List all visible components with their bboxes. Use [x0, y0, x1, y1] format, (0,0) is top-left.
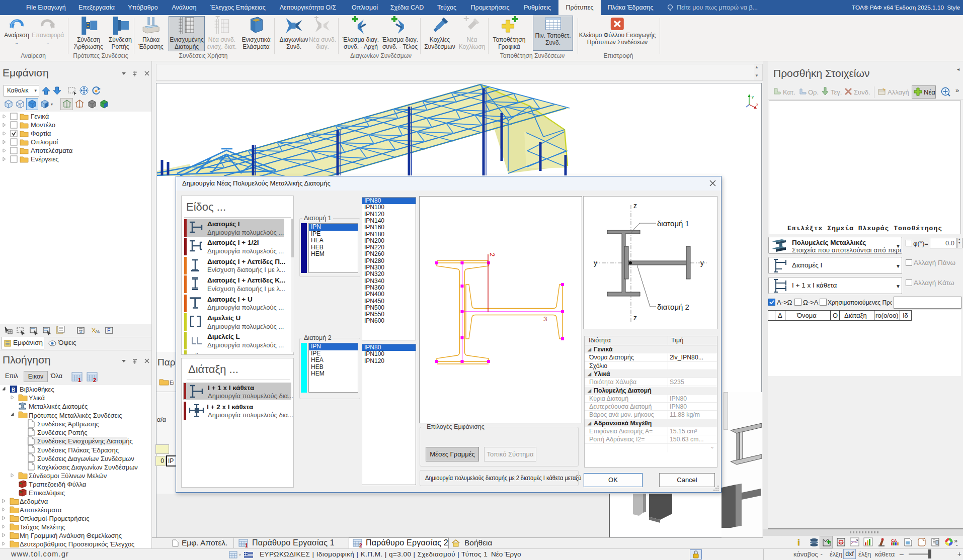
svg-text:Διάταξη: Διάταξη — [844, 312, 867, 319]
svg-text:y: y — [752, 95, 754, 99]
svg-text:d: d — [79, 329, 82, 334]
svg-text:E: E — [107, 328, 111, 333]
svg-text:2: 2 — [93, 377, 96, 383]
svg-text:Ο: Ο — [833, 312, 838, 319]
svg-text:i: i — [797, 538, 800, 547]
svg-text:2: 2 — [359, 543, 362, 548]
svg-text:Ιδ: Ιδ — [903, 312, 908, 319]
svg-text:%: % — [96, 329, 100, 334]
svg-text:z: z — [633, 314, 637, 322]
svg-text:x: x — [756, 102, 758, 107]
svg-text:Ει: Ει — [170, 380, 174, 386]
svg-text:ro(o/oo): ro(o/oo) — [875, 312, 899, 319]
svg-text:N: N — [856, 538, 858, 541]
svg-text:y: y — [700, 259, 704, 267]
svg-text:1: 1 — [245, 543, 248, 548]
svg-text:z: z — [633, 202, 637, 210]
svg-text:Δ: Δ — [778, 312, 782, 319]
svg-text:2: 2 — [489, 253, 496, 256]
svg-text:CA: CA — [891, 538, 897, 543]
svg-text:1: 1 — [78, 377, 81, 383]
svg-text:Όνομα: Όνομα — [796, 312, 817, 319]
svg-text:y: y — [594, 259, 597, 267]
svg-text:διατομή 1: διατομή 1 — [657, 219, 689, 228]
svg-text:διατομή 2: διατομή 2 — [657, 303, 689, 311]
svg-text:B: B — [12, 387, 15, 393]
svg-text:3: 3 — [543, 315, 547, 323]
